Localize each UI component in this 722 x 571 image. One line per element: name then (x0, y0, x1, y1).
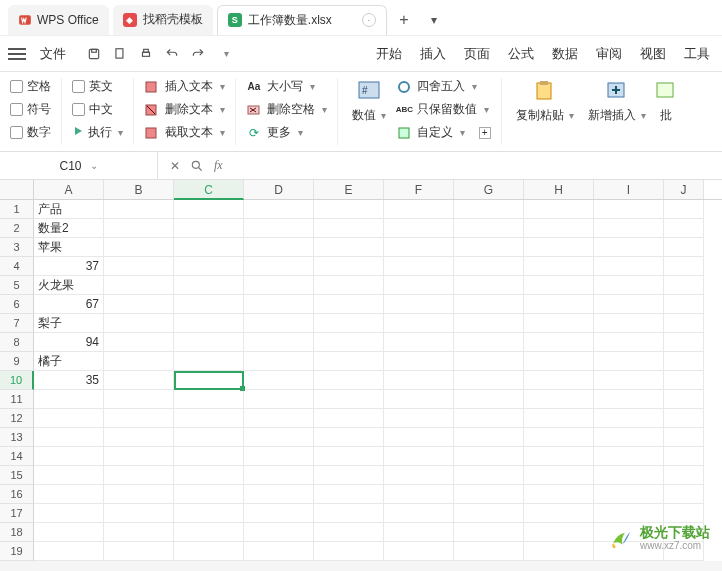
cell[interactable] (104, 371, 174, 390)
cell[interactable] (244, 447, 314, 466)
rowh-10[interactable]: 10 (0, 371, 34, 390)
cell[interactable] (454, 523, 524, 542)
cell[interactable] (664, 276, 704, 295)
colh-D[interactable]: D (244, 180, 314, 199)
cell[interactable] (34, 428, 104, 447)
cell[interactable] (664, 390, 704, 409)
close-icon[interactable]: · (362, 13, 376, 27)
cell[interactable] (244, 390, 314, 409)
cell[interactable] (244, 295, 314, 314)
cell[interactable] (244, 276, 314, 295)
cell[interactable] (454, 485, 524, 504)
cell[interactable] (104, 219, 174, 238)
cell[interactable] (524, 390, 594, 409)
cell[interactable] (34, 523, 104, 542)
cell[interactable] (664, 371, 704, 390)
cell[interactable]: 67 (34, 295, 104, 314)
cell[interactable] (104, 466, 174, 485)
cell[interactable] (454, 257, 524, 276)
cell[interactable] (384, 409, 454, 428)
cell[interactable] (174, 542, 244, 561)
cell[interactable] (174, 447, 244, 466)
cell[interactable] (524, 542, 594, 561)
cell[interactable] (244, 352, 314, 371)
cell[interactable] (454, 238, 524, 257)
delspace-button[interactable]: 删除空格▾ (246, 101, 327, 118)
check-symbol[interactable]: 符号 (10, 101, 51, 118)
cell[interactable] (594, 409, 664, 428)
check-chinese[interactable]: 中文 (72, 101, 123, 118)
cell[interactable] (34, 504, 104, 523)
cell[interactable] (314, 276, 384, 295)
cell[interactable] (314, 352, 384, 371)
cell[interactable] (454, 409, 524, 428)
cell[interactable] (454, 504, 524, 523)
cell[interactable] (664, 219, 704, 238)
cell[interactable] (524, 409, 594, 428)
cell[interactable] (594, 447, 664, 466)
rowh-16[interactable]: 16 (0, 485, 34, 504)
tab-start[interactable]: 开始 (376, 45, 402, 63)
cell[interactable] (314, 504, 384, 523)
cell[interactable] (664, 257, 704, 276)
cell[interactable] (314, 238, 384, 257)
rowh-6[interactable]: 6 (0, 295, 34, 314)
cell[interactable] (174, 314, 244, 333)
cell[interactable] (454, 428, 524, 447)
tab-docer[interactable]: ◆ 找稻壳模板 (113, 5, 213, 35)
cell[interactable] (454, 466, 524, 485)
cell[interactable] (174, 276, 244, 295)
cell[interactable] (104, 409, 174, 428)
cell[interactable] (384, 523, 454, 542)
cell[interactable] (314, 542, 384, 561)
more-button[interactable]: ⟳更多▾ (246, 124, 327, 141)
cell[interactable] (664, 447, 704, 466)
delete-text-button[interactable]: 删除文本▾ (144, 101, 225, 118)
cell[interactable] (244, 409, 314, 428)
rowh-4[interactable]: 4 (0, 257, 34, 276)
save-icon[interactable] (86, 46, 102, 62)
cell[interactable] (34, 542, 104, 561)
rowh-7[interactable]: 7 (0, 314, 34, 333)
rowh-12[interactable]: 12 (0, 409, 34, 428)
value-button[interactable]: # 数值 ▾ (348, 78, 390, 124)
cell[interactable]: 橘子 (34, 352, 104, 371)
cell[interactable] (454, 219, 524, 238)
cell[interactable] (594, 352, 664, 371)
cell[interactable] (174, 219, 244, 238)
custom-button[interactable]: 自定义▾ + (396, 124, 490, 141)
cell[interactable] (174, 485, 244, 504)
cell[interactable] (104, 352, 174, 371)
rowh-19[interactable]: 19 (0, 542, 34, 561)
cell[interactable] (384, 447, 454, 466)
cell[interactable] (594, 238, 664, 257)
cell[interactable] (594, 485, 664, 504)
cell[interactable] (244, 200, 314, 219)
cell[interactable] (454, 333, 524, 352)
cell[interactable] (594, 314, 664, 333)
cell[interactable] (174, 371, 244, 390)
cell[interactable]: 苹果 (34, 238, 104, 257)
cell[interactable] (524, 447, 594, 466)
chevron-down-icon[interactable]: ⌄ (90, 160, 98, 171)
cell[interactable] (314, 257, 384, 276)
cell[interactable] (524, 333, 594, 352)
cell[interactable] (104, 314, 174, 333)
cell[interactable] (314, 295, 384, 314)
cell[interactable] (174, 238, 244, 257)
cell[interactable] (454, 314, 524, 333)
rowh-2[interactable]: 2 (0, 219, 34, 238)
cell[interactable] (174, 504, 244, 523)
cell[interactable] (594, 428, 664, 447)
rowh-11[interactable]: 11 (0, 390, 34, 409)
case-button[interactable]: Aa大小写▾ (246, 78, 327, 95)
cell[interactable] (174, 200, 244, 219)
rowh-9[interactable]: 9 (0, 352, 34, 371)
cell[interactable] (244, 428, 314, 447)
cell[interactable] (174, 466, 244, 485)
cell[interactable] (244, 333, 314, 352)
newinsert-button[interactable]: 新增插入 ▾ (584, 78, 650, 145)
cell[interactable] (174, 409, 244, 428)
cell[interactable] (244, 542, 314, 561)
rowh-15[interactable]: 15 (0, 466, 34, 485)
